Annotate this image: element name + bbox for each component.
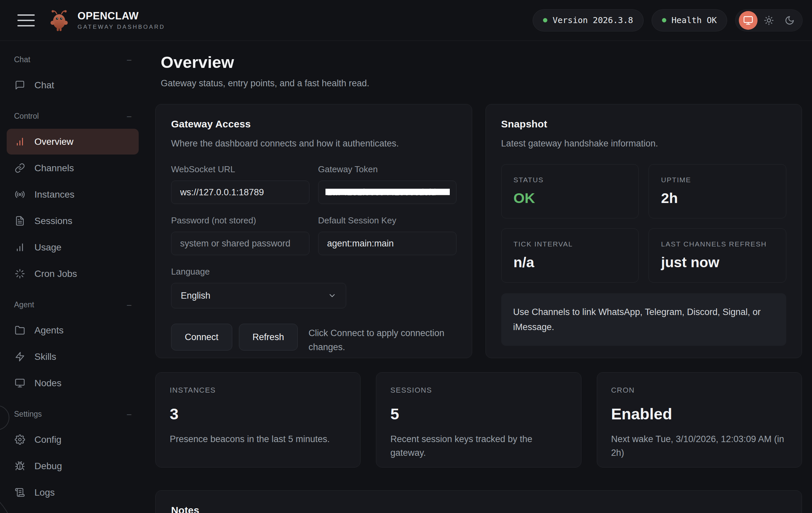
openclaw-mascot-logo <box>48 8 70 32</box>
sidebar-item-label: Overview <box>34 136 74 147</box>
status-tile: STATUS OK <box>501 164 639 218</box>
websocket-url-input[interactable] <box>171 181 310 204</box>
page-title: Overview <box>161 53 802 72</box>
sidebar-item-instances[interactable]: Instances <box>7 182 139 207</box>
gateway-token-input[interactable] <box>318 181 457 204</box>
connect-hint-text: Click Connect to apply connection change… <box>309 324 456 354</box>
version-badge-label: Version 2026.3.8 <box>553 16 633 25</box>
hamburger-menu-icon[interactable] <box>18 14 35 27</box>
monitor-icon <box>15 378 25 388</box>
sidebar-item-label: Logs <box>34 487 55 498</box>
sidebar-item-label: Usage <box>34 242 61 253</box>
sidebar: Chat – Chat Control – Overview Channels … <box>0 41 145 513</box>
chevron-down-icon <box>328 291 337 300</box>
sidebar-item-label: Skills <box>34 351 56 362</box>
sidebar-item-chat[interactable]: Chat <box>7 72 139 98</box>
last-refresh-tile: LAST CHANNELS REFRESH just now <box>648 228 786 282</box>
last-refresh-tile-label: LAST CHANNELS REFRESH <box>661 240 774 248</box>
sessions-description: Recent session keys tracked by the gatew… <box>390 432 567 459</box>
sidebar-item-usage[interactable]: Usage <box>7 235 139 260</box>
sidebar-item-label: Nodes <box>34 378 61 388</box>
collapse-icon: – <box>127 55 131 64</box>
password-label: Password (not stored) <box>171 215 310 226</box>
folder-icon <box>15 325 25 335</box>
top-bar: OPENCLAW GATEWAY DASHBOARD Version 2026.… <box>0 0 812 41</box>
sidebar-section-agent[interactable]: Agent – <box>8 300 137 309</box>
notes-title: Notes <box>171 505 786 513</box>
collapse-icon: – <box>127 111 131 121</box>
theme-dark-button[interactable] <box>780 11 799 30</box>
sidebar-item-label: Sessions <box>34 216 72 226</box>
sidebar-item-agents[interactable]: Agents <box>7 317 139 343</box>
zap-icon <box>15 351 25 362</box>
refresh-button[interactable]: Refresh <box>239 324 298 350</box>
snapshot-title: Snapshot <box>501 118 787 130</box>
cron-stat-card: CRON Enabled Next wake Tue, 3/10/2026, 1… <box>597 372 802 467</box>
sidebar-item-label: Cron Jobs <box>34 269 77 279</box>
brand: OPENCLAW GATEWAY DASHBOARD <box>48 8 165 32</box>
sidebar-item-label: Instances <box>34 189 75 200</box>
instances-value: 3 <box>170 405 346 423</box>
sidebar-item-config[interactable]: Config <box>7 427 139 453</box>
sidebar-item-debug[interactable]: Debug <box>7 453 139 479</box>
monitor-icon <box>743 16 753 25</box>
collapse-icon: – <box>127 300 131 309</box>
sidebar-item-channels[interactable]: Channels <box>7 155 139 181</box>
language-select-value: English <box>181 291 210 301</box>
bar-chart-icon <box>15 242 25 252</box>
sidebar-item-cron-jobs[interactable]: Cron Jobs <box>7 261 139 287</box>
language-select[interactable]: English <box>171 283 346 308</box>
tick-interval-tile-label: TICK INTERVAL <box>514 240 627 248</box>
radio-icon <box>15 189 25 200</box>
snapshot-card: Snapshot Latest gateway handshake inform… <box>486 104 802 358</box>
sessions-stat-card: SESSIONS 5 Recent session keys tracked b… <box>376 372 581 467</box>
file-text-icon <box>15 216 25 226</box>
section-label: Chat <box>14 55 30 64</box>
language-label: Language <box>171 267 457 277</box>
page-subtitle: Gateway status, entry points, and a fast… <box>161 78 802 89</box>
sidebar-item-sessions[interactable]: Sessions <box>7 208 139 234</box>
health-badge-label: Health OK <box>672 16 717 25</box>
status-tile-label: STATUS <box>514 176 627 184</box>
cron-label: CRON <box>611 386 788 395</box>
gear-icon <box>15 434 25 445</box>
uptime-tile-label: UPTIME <box>661 176 774 184</box>
tick-interval-tile: TICK INTERVAL n/a <box>501 228 639 282</box>
sun-icon <box>764 16 774 25</box>
websocket-url-label: WebSocket URL <box>171 164 310 174</box>
scroll-icon <box>15 487 25 497</box>
app-subtitle: GATEWAY DASHBOARD <box>78 24 165 30</box>
channels-hint: Use Channels to link WhatsApp, Telegram,… <box>501 293 787 346</box>
status-tile-value: OK <box>514 190 627 206</box>
uptime-tile: UPTIME 2h <box>648 164 786 218</box>
sidebar-section-chat[interactable]: Chat – <box>8 55 137 64</box>
theme-light-button[interactable] <box>759 11 778 30</box>
theme-system-button[interactable] <box>739 11 757 30</box>
sidebar-item-logs[interactable]: Logs <box>7 480 139 505</box>
sidebar-item-nodes[interactable]: Nodes <box>7 370 139 396</box>
gateway-access-description: Where the dashboard connects and how it … <box>171 138 457 149</box>
sidebar-item-label: Debug <box>34 461 62 471</box>
cron-description: Next wake Tue, 3/10/2026, 12:03:09 AM (i… <box>611 432 788 459</box>
instances-label: INSTANCES <box>170 386 346 395</box>
section-label: Control <box>14 112 39 121</box>
sidebar-item-skills[interactable]: Skills <box>7 344 139 370</box>
sidebar-section-settings[interactable]: Settings – <box>8 409 137 419</box>
main-content: Overview Gateway status, entry points, a… <box>145 41 812 513</box>
sidebar-item-overview[interactable]: Overview <box>7 129 139 155</box>
link-icon <box>15 163 25 173</box>
gateway-access-title: Gateway Access <box>171 118 457 130</box>
tick-interval-tile-value: n/a <box>514 254 627 271</box>
cron-value: Enabled <box>611 405 788 423</box>
notes-card: Notes <box>155 490 802 513</box>
section-label: Settings <box>14 410 42 419</box>
bar-chart-icon <box>15 136 25 147</box>
connect-button[interactable]: Connect <box>171 324 232 350</box>
sidebar-section-control[interactable]: Control – <box>8 111 137 121</box>
loader-icon <box>15 269 25 279</box>
session-key-input[interactable] <box>318 232 457 255</box>
password-input[interactable] <box>171 232 310 255</box>
gateway-token-label: Gateway Token <box>318 164 457 174</box>
theme-switcher <box>735 9 803 31</box>
sidebar-item-label: Config <box>34 434 61 445</box>
